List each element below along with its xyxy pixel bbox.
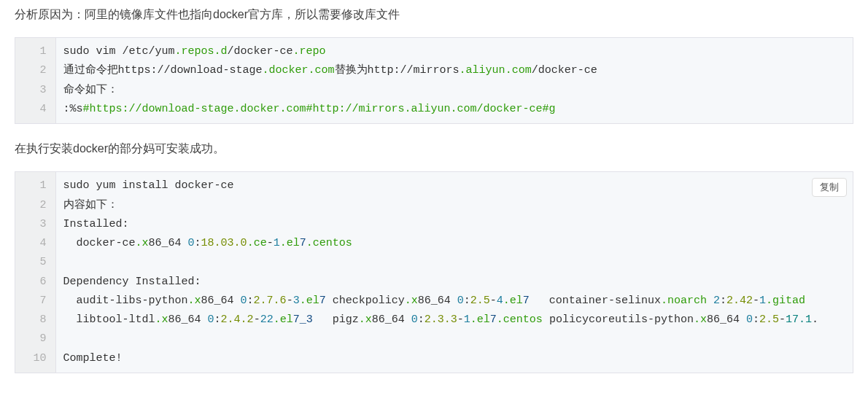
code-table-2: 1sudo yum install docker-ce2内容如下：3Instal… [15,172,853,373]
code-line: libtool-ltdl.x86_64 0:2.4.2-22.el7_3 pig… [55,311,853,330]
code-line: sudo yum install docker-ce [55,172,853,195]
code-line: 命令如下： [55,81,853,100]
copy-button[interactable]: 复制 [812,178,847,197]
code-block-2: 复制 1sudo yum install docker-ce2内容如下：3Ins… [15,171,853,373]
line-number: 1 [15,38,55,61]
line-number: 9 [15,330,55,348]
code-line [55,330,853,348]
line-number: 2 [15,61,55,80]
line-number: 4 [15,100,55,123]
line-number: 2 [15,196,55,215]
code-line: audit-libs-python.x86_64 0:2.7.6-3.el7 c… [55,292,853,311]
code-line: Installed: [55,215,853,234]
intro-paragraph-2: 在执行安装docker的部分妈可安装成功。 [15,139,853,158]
intro-paragraph-1: 分析原因为：阿里的镜像库文件也指向docker官方库，所以需要修改库文件 [15,4,853,24]
code-line: 通过命令把https://download-stage.docker.com替换… [55,61,853,80]
line-number: 4 [15,234,55,253]
line-number: 3 [15,215,55,234]
code-line [55,253,853,272]
line-number: 7 [15,292,55,311]
code-block-1: 1sudo vim /etc/yum.repos.d/docker-ce.rep… [15,37,853,124]
line-number: 8 [15,311,55,330]
code-line: :%s#https://download-stage.docker.com#ht… [55,100,853,123]
line-number: 6 [15,273,55,292]
line-number: 10 [15,349,55,373]
code-scroll-2[interactable]: 1sudo yum install docker-ce2内容如下：3Instal… [15,172,853,373]
line-number: 3 [15,81,55,100]
line-number: 1 [15,172,55,195]
code-table-1: 1sudo vim /etc/yum.repos.d/docker-ce.rep… [15,38,853,123]
code-line: 内容如下： [55,196,853,215]
line-number: 5 [15,253,55,272]
code-line: Complete! [55,349,853,373]
code-line: docker-ce.x86_64 0:18.03.0.ce-1.el7.cent… [55,234,853,253]
code-line: Dependency Installed: [55,273,853,292]
code-scroll-1: 1sudo vim /etc/yum.repos.d/docker-ce.rep… [15,38,853,123]
code-line: sudo vim /etc/yum.repos.d/docker-ce.repo [55,38,853,61]
